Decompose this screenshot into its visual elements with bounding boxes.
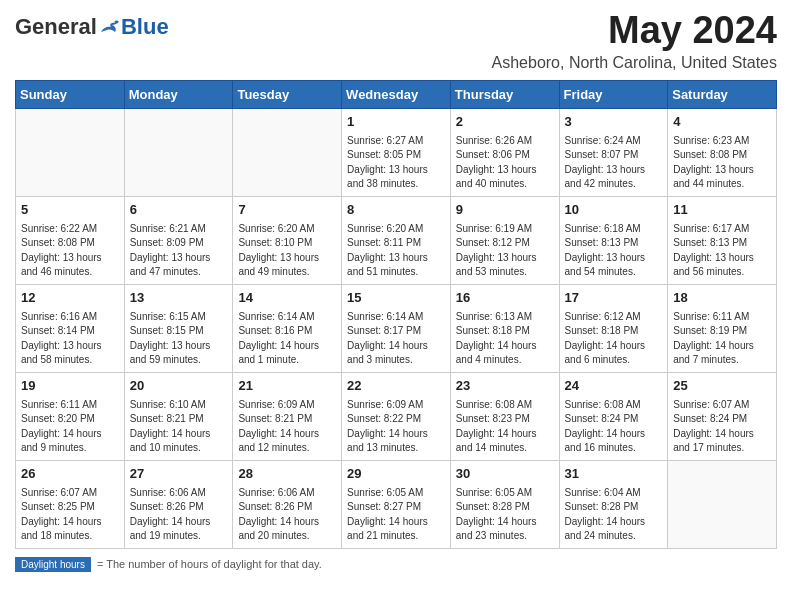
day-info: Sunrise: 6:08 AM Sunset: 8:23 PM Dayligh… — [456, 398, 554, 456]
day-info: Sunrise: 6:21 AM Sunset: 8:09 PM Dayligh… — [130, 222, 228, 280]
day-header-saturday: Saturday — [668, 80, 777, 108]
day-number: 24 — [565, 377, 663, 396]
calendar-cell: 7Sunrise: 6:20 AM Sunset: 8:10 PM Daylig… — [233, 196, 342, 284]
calendar-cell: 23Sunrise: 6:08 AM Sunset: 8:23 PM Dayli… — [450, 372, 559, 460]
day-number: 17 — [565, 289, 663, 308]
day-info: Sunrise: 6:10 AM Sunset: 8:21 PM Dayligh… — [130, 398, 228, 456]
footer: Daylight hours = The number of hours of … — [15, 557, 777, 572]
day-number: 30 — [456, 465, 554, 484]
day-info: Sunrise: 6:09 AM Sunset: 8:22 PM Dayligh… — [347, 398, 445, 456]
calendar-cell: 13Sunrise: 6:15 AM Sunset: 8:15 PM Dayli… — [124, 284, 233, 372]
day-number: 2 — [456, 113, 554, 132]
footer-description: = The number of hours of daylight for th… — [97, 558, 322, 570]
day-number: 5 — [21, 201, 119, 220]
day-number: 27 — [130, 465, 228, 484]
calendar-cell: 2Sunrise: 6:26 AM Sunset: 8:06 PM Daylig… — [450, 108, 559, 196]
day-header-monday: Monday — [124, 80, 233, 108]
day-number: 3 — [565, 113, 663, 132]
calendar-cell: 16Sunrise: 6:13 AM Sunset: 8:18 PM Dayli… — [450, 284, 559, 372]
day-info: Sunrise: 6:07 AM Sunset: 8:24 PM Dayligh… — [673, 398, 771, 456]
day-info: Sunrise: 6:08 AM Sunset: 8:24 PM Dayligh… — [565, 398, 663, 456]
day-header-wednesday: Wednesday — [342, 80, 451, 108]
day-info: Sunrise: 6:20 AM Sunset: 8:10 PM Dayligh… — [238, 222, 336, 280]
calendar-week-row: 12Sunrise: 6:16 AM Sunset: 8:14 PM Dayli… — [16, 284, 777, 372]
logo-bird-icon — [99, 18, 121, 36]
day-number: 10 — [565, 201, 663, 220]
day-number: 1 — [347, 113, 445, 132]
calendar-cell: 28Sunrise: 6:06 AM Sunset: 8:26 PM Dayli… — [233, 460, 342, 548]
calendar-header-row: SundayMondayTuesdayWednesdayThursdayFrid… — [16, 80, 777, 108]
day-info: Sunrise: 6:22 AM Sunset: 8:08 PM Dayligh… — [21, 222, 119, 280]
day-info: Sunrise: 6:14 AM Sunset: 8:16 PM Dayligh… — [238, 310, 336, 368]
calendar-cell: 4Sunrise: 6:23 AM Sunset: 8:08 PM Daylig… — [668, 108, 777, 196]
day-info: Sunrise: 6:18 AM Sunset: 8:13 PM Dayligh… — [565, 222, 663, 280]
location-title: Asheboro, North Carolina, United States — [492, 54, 777, 72]
day-info: Sunrise: 6:23 AM Sunset: 8:08 PM Dayligh… — [673, 134, 771, 192]
day-info: Sunrise: 6:14 AM Sunset: 8:17 PM Dayligh… — [347, 310, 445, 368]
day-number: 9 — [456, 201, 554, 220]
day-number: 22 — [347, 377, 445, 396]
calendar-table: SundayMondayTuesdayWednesdayThursdayFrid… — [15, 80, 777, 549]
day-info: Sunrise: 6:20 AM Sunset: 8:11 PM Dayligh… — [347, 222, 445, 280]
calendar-week-row: 19Sunrise: 6:11 AM Sunset: 8:20 PM Dayli… — [16, 372, 777, 460]
calendar-cell: 31Sunrise: 6:04 AM Sunset: 8:28 PM Dayli… — [559, 460, 668, 548]
day-info: Sunrise: 6:05 AM Sunset: 8:28 PM Dayligh… — [456, 486, 554, 544]
calendar-cell: 11Sunrise: 6:17 AM Sunset: 8:13 PM Dayli… — [668, 196, 777, 284]
calendar-cell — [16, 108, 125, 196]
calendar-cell: 17Sunrise: 6:12 AM Sunset: 8:18 PM Dayli… — [559, 284, 668, 372]
calendar-cell: 25Sunrise: 6:07 AM Sunset: 8:24 PM Dayli… — [668, 372, 777, 460]
calendar-cell: 12Sunrise: 6:16 AM Sunset: 8:14 PM Dayli… — [16, 284, 125, 372]
calendar-cell: 18Sunrise: 6:11 AM Sunset: 8:19 PM Dayli… — [668, 284, 777, 372]
day-number: 12 — [21, 289, 119, 308]
calendar-cell: 22Sunrise: 6:09 AM Sunset: 8:22 PM Dayli… — [342, 372, 451, 460]
day-number: 31 — [565, 465, 663, 484]
day-header-sunday: Sunday — [16, 80, 125, 108]
calendar-cell: 21Sunrise: 6:09 AM Sunset: 8:21 PM Dayli… — [233, 372, 342, 460]
day-info: Sunrise: 6:04 AM Sunset: 8:28 PM Dayligh… — [565, 486, 663, 544]
day-info: Sunrise: 6:11 AM Sunset: 8:20 PM Dayligh… — [21, 398, 119, 456]
calendar-cell — [668, 460, 777, 548]
logo-general-text: General — [15, 16, 97, 38]
day-number: 14 — [238, 289, 336, 308]
day-number: 21 — [238, 377, 336, 396]
day-number: 28 — [238, 465, 336, 484]
daylight-hours-label: Daylight hours — [15, 557, 91, 572]
day-info: Sunrise: 6:06 AM Sunset: 8:26 PM Dayligh… — [130, 486, 228, 544]
day-number: 19 — [21, 377, 119, 396]
calendar-cell: 6Sunrise: 6:21 AM Sunset: 8:09 PM Daylig… — [124, 196, 233, 284]
day-number: 16 — [456, 289, 554, 308]
day-info: Sunrise: 6:16 AM Sunset: 8:14 PM Dayligh… — [21, 310, 119, 368]
calendar-cell — [124, 108, 233, 196]
day-number: 23 — [456, 377, 554, 396]
day-info: Sunrise: 6:15 AM Sunset: 8:15 PM Dayligh… — [130, 310, 228, 368]
calendar-cell: 20Sunrise: 6:10 AM Sunset: 8:21 PM Dayli… — [124, 372, 233, 460]
calendar-cell: 3Sunrise: 6:24 AM Sunset: 8:07 PM Daylig… — [559, 108, 668, 196]
calendar-cell: 19Sunrise: 6:11 AM Sunset: 8:20 PM Dayli… — [16, 372, 125, 460]
day-number: 25 — [673, 377, 771, 396]
calendar-cell: 5Sunrise: 6:22 AM Sunset: 8:08 PM Daylig… — [16, 196, 125, 284]
day-info: Sunrise: 6:13 AM Sunset: 8:18 PM Dayligh… — [456, 310, 554, 368]
day-number: 6 — [130, 201, 228, 220]
day-number: 11 — [673, 201, 771, 220]
calendar-cell: 15Sunrise: 6:14 AM Sunset: 8:17 PM Dayli… — [342, 284, 451, 372]
calendar-week-row: 5Sunrise: 6:22 AM Sunset: 8:08 PM Daylig… — [16, 196, 777, 284]
day-info: Sunrise: 6:19 AM Sunset: 8:12 PM Dayligh… — [456, 222, 554, 280]
day-info: Sunrise: 6:26 AM Sunset: 8:06 PM Dayligh… — [456, 134, 554, 192]
title-area: May 2024 Asheboro, North Carolina, Unite… — [492, 10, 777, 72]
calendar-cell: 14Sunrise: 6:14 AM Sunset: 8:16 PM Dayli… — [233, 284, 342, 372]
calendar-cell — [233, 108, 342, 196]
day-header-friday: Friday — [559, 80, 668, 108]
day-info: Sunrise: 6:05 AM Sunset: 8:27 PM Dayligh… — [347, 486, 445, 544]
calendar-cell: 26Sunrise: 6:07 AM Sunset: 8:25 PM Dayli… — [16, 460, 125, 548]
day-number: 20 — [130, 377, 228, 396]
calendar-week-row: 26Sunrise: 6:07 AM Sunset: 8:25 PM Dayli… — [16, 460, 777, 548]
logo: General Blue — [15, 16, 169, 38]
calendar-cell: 10Sunrise: 6:18 AM Sunset: 8:13 PM Dayli… — [559, 196, 668, 284]
day-number: 29 — [347, 465, 445, 484]
day-info: Sunrise: 6:24 AM Sunset: 8:07 PM Dayligh… — [565, 134, 663, 192]
day-number: 26 — [21, 465, 119, 484]
calendar-week-row: 1Sunrise: 6:27 AM Sunset: 8:05 PM Daylig… — [16, 108, 777, 196]
day-header-thursday: Thursday — [450, 80, 559, 108]
day-info: Sunrise: 6:17 AM Sunset: 8:13 PM Dayligh… — [673, 222, 771, 280]
calendar-cell: 8Sunrise: 6:20 AM Sunset: 8:11 PM Daylig… — [342, 196, 451, 284]
